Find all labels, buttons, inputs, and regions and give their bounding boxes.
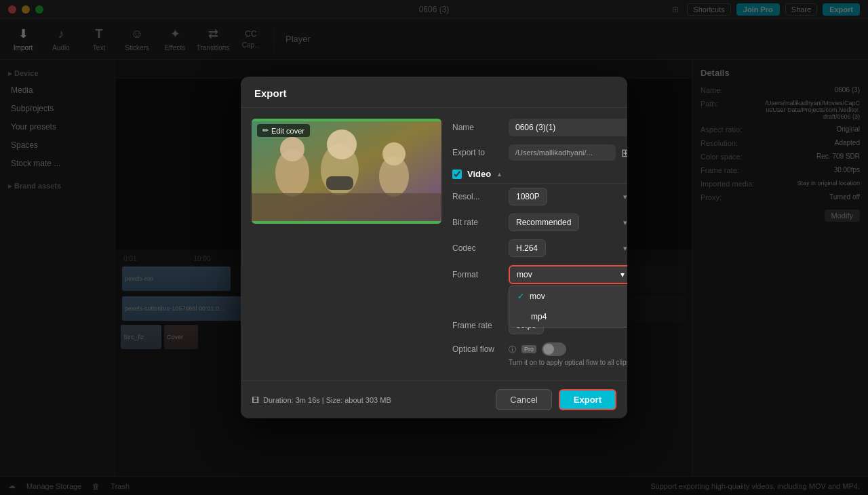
video-section-arrow: ▴ [498, 170, 501, 178]
optical-flow-row: Optical flow ⓘ Pro [452, 342, 627, 356]
export-button[interactable]: Export [559, 389, 616, 410]
edit-cover-label: Edit cover [271, 127, 304, 135]
svg-rect-7 [252, 193, 441, 224]
film-icon: 🎞 [252, 396, 259, 404]
bitrate-label: Bit rate [452, 218, 503, 227]
format-selected-value: mov [517, 270, 532, 279]
codec-label: Codec [452, 243, 503, 253]
pro-badge: Pro [521, 345, 536, 353]
export-scroll[interactable]: Name Export to ⊞ Video [452, 119, 627, 370]
optical-flow-toggle[interactable] [542, 342, 566, 356]
optical-flow-info-icon[interactable]: ⓘ [509, 344, 516, 355]
svg-point-6 [382, 142, 406, 165]
svg-rect-8 [326, 176, 353, 190]
export-form: Name Export to ⊞ Video [452, 119, 627, 370]
codec-row: Codec H.264 H.265 [452, 239, 627, 257]
bitrate-select[interactable]: Recommended Low High [509, 214, 579, 231]
framerate-label: Frame rate [452, 321, 503, 330]
svg-point-4 [327, 130, 357, 159]
resolution-select-wrapper: 1080P 720P 4K [509, 188, 627, 205]
codec-select[interactable]: H.264 H.265 [509, 239, 546, 257]
check-icon: ✓ [517, 292, 524, 301]
resolution-row: Resol... 1080P 720P 4K [452, 188, 627, 205]
resolution-select[interactable]: 1080P 720P 4K [509, 188, 547, 205]
path-input[interactable] [509, 144, 616, 161]
svg-point-2 [280, 137, 304, 161]
toggle-knob [543, 344, 554, 355]
name-label: Name [452, 123, 503, 132]
export-dialog-header: Export [241, 77, 627, 108]
export-dialog-body: ✏ Edit cover Name Export to [241, 108, 627, 380]
toggle-container: ⓘ Pro [509, 342, 627, 356]
path-row: ⊞ [509, 144, 627, 161]
cancel-button[interactable]: Cancel [496, 389, 551, 410]
folder-browse-button[interactable]: ⊞ [618, 145, 627, 161]
bitrate-row: Bit rate Recommended Low High [452, 214, 627, 231]
export-dialog: Export [241, 77, 627, 418]
duration-info: 🎞 Duration: 3m 16s | Size: about 303 MB [252, 396, 391, 404]
export-to-row: Export to ⊞ [452, 144, 627, 161]
bitrate-select-wrapper: Recommended Low High [509, 214, 627, 231]
footer-actions: Cancel Export [496, 389, 616, 410]
format-mov-label: mov [530, 292, 545, 301]
export-footer: 🎞 Duration: 3m 16s | Size: about 303 MB … [241, 380, 627, 418]
edit-cover-icon: ✏ [262, 126, 269, 135]
video-section-title: Video [467, 169, 491, 179]
name-input[interactable] [509, 119, 627, 136]
export-thumbnail: ✏ Edit cover [252, 119, 441, 370]
format-option-mov[interactable]: ✓ mov [509, 286, 627, 306]
format-option-mp4[interactable]: mp4 [509, 306, 627, 327]
format-row: Format mov ▾ ✓ mov [452, 265, 627, 284]
thumb-container: ✏ Edit cover [252, 119, 441, 224]
modal-overlay: Export [0, 0, 868, 495]
edit-cover-button[interactable]: ✏ Edit cover [257, 124, 310, 137]
name-row: Name [452, 119, 627, 136]
format-dropdown: ✓ mov mp4 [509, 285, 627, 328]
optical-flow-description: Turn it on to apply optical flow to all … [509, 359, 627, 366]
format-label: Format [452, 270, 503, 279]
duration-text: Duration: 3m 16s | Size: about 303 MB [263, 396, 391, 404]
thumb-green-bar-top [252, 119, 441, 121]
export-to-label: Export to [452, 148, 503, 157]
codec-select-wrapper: H.264 H.265 [509, 239, 627, 257]
format-chevron-icon: ▾ [620, 270, 625, 279]
resolution-label: Resol... [452, 192, 503, 201]
format-mp4-label: mp4 [531, 312, 547, 321]
format-dropdown-container: mov ▾ ✓ mov mp4 [509, 265, 627, 284]
thumb-green-bar-bottom [252, 221, 441, 224]
video-checkbox[interactable] [452, 170, 462, 179]
video-section-header: Video ▴ [452, 169, 627, 184]
format-select-button[interactable]: mov ▾ [509, 265, 627, 284]
optical-flow-label: Optical flow [452, 344, 503, 354]
